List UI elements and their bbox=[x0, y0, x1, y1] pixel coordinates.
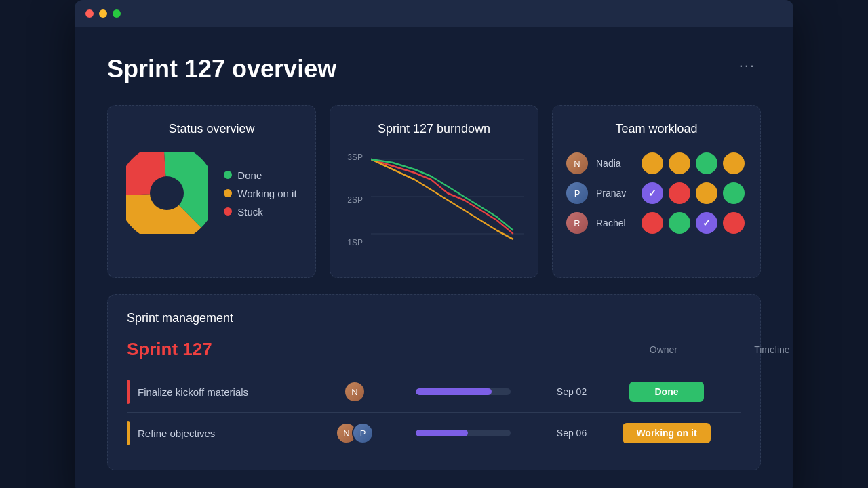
task-1-status-pill[interactable]: Done bbox=[629, 382, 704, 402]
task-2-status-pill[interactable]: Working on it bbox=[623, 423, 710, 443]
workload-card: Team workload N Nadia bbox=[552, 105, 761, 278]
pranav-dot-4[interactable] bbox=[723, 182, 745, 204]
task-2-timeline bbox=[395, 430, 531, 436]
task-1-timeline bbox=[395, 388, 531, 395]
legend-stuck-label: Stuck bbox=[237, 206, 263, 218]
nadia-name: Nadia bbox=[596, 158, 633, 169]
burndown-title: Sprint 127 burndown bbox=[344, 122, 524, 136]
status-overview-content: Done Working on it Stuck bbox=[121, 152, 302, 234]
burndown-svg bbox=[371, 152, 524, 247]
task-1-indicator bbox=[127, 380, 130, 404]
task-2-date: Sep 06 bbox=[531, 428, 612, 439]
nadia-dot-1[interactable] bbox=[642, 152, 663, 174]
sprint-name: Sprint 127 bbox=[127, 339, 212, 360]
legend-done-dot bbox=[224, 171, 232, 179]
nadia-dot-3[interactable] bbox=[696, 152, 717, 174]
col-owner-header: Owner bbox=[623, 344, 704, 355]
task-2-owner: N P bbox=[314, 422, 395, 444]
pranav-dot-1[interactable]: ✓ bbox=[642, 182, 663, 204]
task-1-owner: N bbox=[314, 381, 395, 403]
rachel-dot-1[interactable] bbox=[642, 212, 663, 234]
pranav-avatar: P bbox=[566, 182, 588, 204]
task-1-bar-fill bbox=[416, 388, 492, 395]
close-dot[interactable] bbox=[85, 9, 94, 18]
page-content: Sprint 127 overview ··· Status overview bbox=[75, 27, 793, 488]
legend: Done Working on it Stuck bbox=[224, 169, 296, 218]
legend-stuck: Stuck bbox=[224, 206, 296, 218]
page-title: Sprint 127 overview bbox=[107, 54, 336, 83]
nadia-dots bbox=[642, 152, 745, 174]
workload-row-rachel: R Rachel ✓ bbox=[566, 212, 747, 234]
status-overview-title: Status overview bbox=[121, 122, 302, 136]
task-2-indicator bbox=[127, 421, 130, 445]
cards-row: Status overview bbox=[107, 105, 761, 278]
workload-title: Team workload bbox=[566, 122, 747, 136]
pie-center bbox=[150, 176, 184, 210]
burndown-label-3sp: 3SP bbox=[344, 152, 363, 162]
burndown-label-1sp: 1SP bbox=[344, 238, 363, 247]
sprint-management-card: Sprint management Sprint 127 Owner Timel… bbox=[107, 294, 761, 470]
task-1-date: Sep 02 bbox=[531, 386, 612, 397]
rachel-dot-3[interactable]: ✓ bbox=[696, 212, 717, 234]
nadia-dot-2[interactable] bbox=[669, 152, 690, 174]
sprint-management-title: Sprint management bbox=[127, 311, 741, 325]
pie-chart bbox=[126, 152, 208, 234]
pranav-name: Pranav bbox=[596, 188, 633, 199]
pranav-dot-2[interactable] bbox=[669, 182, 690, 204]
task-2-bar-bg bbox=[416, 430, 511, 436]
task-2-name: Refine objectives bbox=[138, 428, 314, 439]
rachel-avatar: R bbox=[566, 212, 588, 234]
burndown-label-2sp: 2SP bbox=[344, 195, 363, 205]
pranav-dots: ✓ bbox=[642, 182, 745, 204]
nadia-avatar: N bbox=[566, 152, 588, 174]
workload-row-nadia: N Nadia bbox=[566, 152, 747, 174]
rachel-name: Rachel bbox=[596, 218, 633, 228]
main-window: Sprint 127 overview ··· Status overview bbox=[75, 0, 793, 488]
task-1-avatars: N bbox=[344, 381, 366, 403]
legend-working-label: Working on it bbox=[237, 188, 296, 199]
minimize-dot[interactable] bbox=[99, 9, 107, 18]
task-1-status-cell: Done bbox=[612, 382, 721, 402]
task-row-2: Refine objectives N P Sep 06 Working on … bbox=[127, 412, 741, 453]
legend-done-label: Done bbox=[237, 169, 262, 181]
status-overview-card: Status overview bbox=[107, 105, 316, 278]
task-2-status-cell: Working on it bbox=[612, 423, 721, 443]
legend-stuck-dot bbox=[224, 207, 232, 216]
rachel-dots: ✓ bbox=[642, 212, 745, 234]
workload-grid: N Nadia P Pranav bbox=[566, 152, 747, 234]
task-row-1: Finalize kickoff materials N Sep 02 Done bbox=[127, 371, 741, 412]
task-1-bar-bg bbox=[416, 388, 511, 395]
workload-row-pranav: P Pranav ✓ bbox=[566, 182, 747, 204]
task-1-name: Finalize kickoff materials bbox=[138, 386, 314, 398]
legend-done: Done bbox=[224, 169, 296, 181]
maximize-dot[interactable] bbox=[113, 9, 121, 18]
rachel-dot-4[interactable] bbox=[723, 212, 745, 234]
task-2-bar-fill bbox=[416, 430, 468, 436]
nadia-dot-4[interactable] bbox=[723, 152, 745, 174]
pie-svg bbox=[126, 152, 208, 234]
titlebar bbox=[75, 0, 793, 27]
task-2-avatars: N P bbox=[336, 422, 374, 444]
page-header: Sprint 127 overview ··· bbox=[107, 54, 761, 83]
task-2-avatar-2: P bbox=[352, 422, 374, 444]
task-1-avatar-1: N bbox=[344, 381, 366, 403]
legend-working-dot bbox=[224, 189, 232, 197]
rachel-dot-2[interactable] bbox=[669, 212, 690, 234]
burndown-card: Sprint 127 burndown 3SP 2SP 1SP bbox=[330, 105, 538, 278]
pranav-dot-3[interactable] bbox=[696, 182, 717, 204]
sprint-section-header: Sprint 127 Owner Timeline Date Status + bbox=[127, 339, 741, 360]
legend-working: Working on it bbox=[224, 188, 296, 199]
col-timeline-header: Timeline bbox=[704, 344, 793, 355]
more-options-button[interactable]: ··· bbox=[734, 54, 761, 77]
burndown-chart-area: 3SP 2SP 1SP bbox=[344, 152, 524, 261]
